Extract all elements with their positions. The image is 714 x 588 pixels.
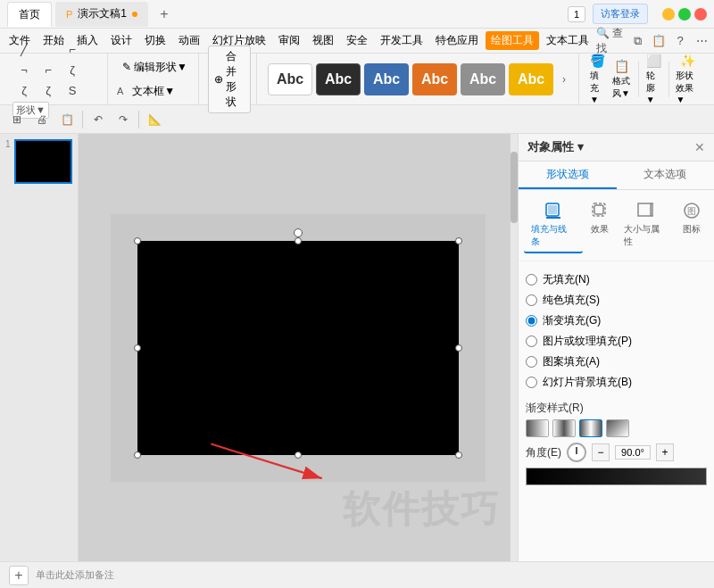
fill-option-solid[interactable]: 纯色填充(S) — [526, 293, 707, 308]
menu-draw[interactable]: 绘图工具 — [486, 31, 539, 50]
radio-pattern[interactable] — [526, 356, 537, 368]
menu-design[interactable]: 设计 — [105, 31, 137, 50]
add-slide-button[interactable]: + — [9, 566, 29, 585]
clipboard-btn[interactable]: 📋 — [57, 110, 77, 129]
shape-btn-4[interactable]: ¬ — [12, 60, 36, 79]
edit-shape-button[interactable]: ✎ 编辑形状▼ — [117, 57, 193, 78]
angle-minus-button[interactable]: − — [592, 443, 610, 461]
menu-devtools[interactable]: 开发工具 — [375, 31, 428, 50]
menu-view[interactable]: 视图 — [307, 31, 339, 50]
shape-btn-1[interactable]: ╱ — [12, 39, 36, 59]
right-panel: 对象属性 ▾ ✕ 形状选项 文本选项 填充与线条 — [518, 134, 714, 561]
paste-icon[interactable]: 📋 — [650, 32, 668, 50]
redo-btn[interactable]: ↷ — [113, 110, 133, 129]
rotate-handle[interactable] — [294, 228, 303, 237]
grad-style-3[interactable] — [579, 419, 602, 437]
handle-bottom-left[interactable] — [134, 451, 141, 459]
ruler-btn[interactable]: 📐 — [145, 110, 164, 129]
handle-top-right[interactable] — [455, 237, 462, 244]
abc-style-blue[interactable]: Abc — [364, 63, 409, 95]
home-tab[interactable]: 首页 — [7, 2, 52, 27]
format-button[interactable]: 📋 格式风▼ — [612, 59, 631, 100]
more-icon[interactable]: ⋯ — [693, 32, 710, 50]
size-panel-btn[interactable]: 大小与属性 — [617, 197, 676, 253]
format-label: 格式风▼ — [612, 75, 631, 100]
shape-btn-6[interactable]: ζ — [61, 60, 84, 79]
radio-picture[interactable] — [526, 335, 537, 347]
shape-btn-8[interactable]: ζ — [37, 80, 60, 100]
text-frame-button[interactable]: 文本框▼ — [127, 81, 180, 102]
shape-btn-3[interactable]: ⌐ — [61, 39, 84, 59]
handle-top-left[interactable] — [134, 237, 141, 244]
gradient-bar[interactable] — [526, 468, 707, 485]
abc-style-yellow[interactable]: Abc — [509, 63, 553, 95]
close-button[interactable] — [694, 8, 707, 21]
radio-gradient[interactable] — [526, 315, 537, 327]
grad-style-4[interactable] — [606, 419, 629, 437]
outline-button[interactable]: ⬜ 轮廓▼ — [646, 54, 661, 104]
handle-bottom-middle[interactable] — [295, 451, 302, 459]
note-placeholder[interactable]: 单击此处添加备注 — [36, 568, 114, 582]
fill-button[interactable]: 🪣 填充▼ — [590, 54, 605, 104]
shape-btn-7[interactable]: ζ — [12, 80, 36, 100]
abc-style-gray[interactable]: Abc — [461, 63, 505, 95]
angle-circle[interactable] — [567, 443, 586, 462]
menu-review[interactable]: 审阅 — [273, 31, 305, 50]
grad-style-2[interactable] — [552, 419, 576, 437]
fill-option-gradient[interactable]: 渐变填充(G) — [526, 313, 707, 328]
abc-style-white[interactable]: Abc — [268, 63, 312, 95]
fill-radio-group: 无填充(N) 纯色填充(S) 渐变填充(G) 图片或纹理填充(P) 图案填充(A… — [526, 269, 707, 393]
radio-solid[interactable] — [526, 294, 537, 306]
effect-panel-btn[interactable]: 效果 — [583, 197, 617, 253]
copy-icon[interactable]: ⧉ — [628, 32, 646, 50]
angle-plus-button[interactable]: + — [656, 443, 674, 461]
handle-top-middle[interactable] — [295, 237, 302, 244]
shape-btn-2[interactable]: ⌒ — [37, 39, 60, 59]
tab-shape-options[interactable]: 形状选项 — [519, 161, 617, 189]
doc-tab[interactable]: P 演示文稿1 — [55, 2, 148, 27]
fill-option-none[interactable]: 无填充(N) — [526, 272, 707, 287]
maximize-button[interactable] — [678, 8, 691, 21]
svg-rect-3 — [548, 205, 557, 214]
menu-features[interactable]: 特色应用 — [430, 31, 484, 50]
add-tab-button[interactable]: + — [152, 2, 177, 27]
black-rectangle[interactable] — [137, 241, 459, 455]
handle-bottom-right[interactable] — [455, 451, 462, 459]
menu-icon-group: ⧉ 📋 ? ⋯ — [628, 32, 710, 50]
print-btn[interactable]: 🖨 — [32, 110, 52, 129]
visit-login-button[interactable]: 访客登录 — [593, 4, 648, 24]
menu-animation[interactable]: 动画 — [173, 31, 205, 50]
abc-style-black[interactable]: Abc — [316, 63, 361, 95]
grad-style-1[interactable] — [526, 419, 549, 437]
menu-text[interactable]: 文本工具 — [541, 31, 594, 50]
slide-thumbnail[interactable] — [14, 139, 72, 184]
grid-btn[interactable]: ⊞ — [7, 110, 27, 129]
help-icon[interactable]: ? — [671, 32, 689, 50]
handle-middle-left[interactable] — [134, 344, 141, 352]
undo-btn[interactable]: ↶ — [88, 110, 108, 129]
angle-value[interactable]: 90.0° — [615, 445, 651, 460]
canvas-area[interactable]: 软件技巧 — [79, 134, 518, 561]
abc-more-button[interactable]: › — [557, 63, 571, 95]
fill-option-background[interactable]: 幻灯片背景填充(B) — [526, 375, 707, 390]
label-panel-btn[interactable]: 图 图标 — [675, 197, 709, 253]
merge-shape-button[interactable]: ⊕ 合并形状 — [208, 46, 251, 113]
shape-btn-9[interactable]: S — [61, 80, 84, 100]
shape-effect-button[interactable]: ✨ 形状效果▼ — [676, 54, 700, 104]
fill-option-pattern[interactable]: 图案填充(A) — [526, 354, 707, 369]
shape-btn-5[interactable]: ⌐ — [37, 60, 60, 79]
menu-transition[interactable]: 切换 — [139, 31, 171, 50]
radio-none[interactable] — [526, 274, 537, 286]
radio-background[interactable] — [526, 377, 537, 388]
tab-text-options[interactable]: 文本选项 — [617, 161, 715, 189]
abc-style-orange[interactable]: Abc — [412, 63, 457, 95]
handle-middle-right[interactable] — [455, 344, 462, 352]
fill-line-panel-btn[interactable]: 填充与线条 — [524, 197, 583, 253]
vertical-scrollbar[interactable] — [511, 134, 518, 561]
panel-close-button[interactable]: ✕ — [694, 140, 705, 154]
shapes-section: ╱ ⌒ ⌐ ¬ ⌐ ζ ζ ζ S 形状▼ — [7, 54, 108, 104]
scrollbar-thumb[interactable] — [511, 152, 518, 223]
fill-option-picture[interactable]: 图片或纹理填充(P) — [526, 334, 707, 349]
minimize-button[interactable] — [662, 8, 675, 21]
menu-security[interactable]: 安全 — [341, 31, 373, 50]
